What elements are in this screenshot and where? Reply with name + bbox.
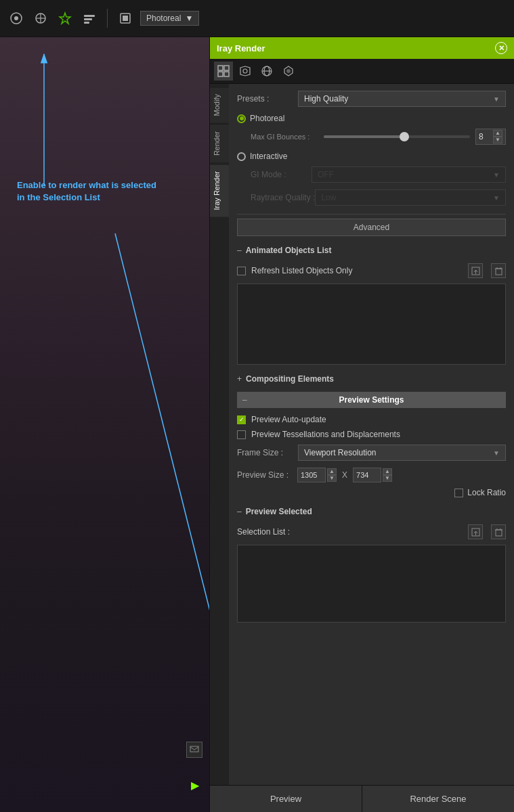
svg-point-25 <box>286 69 291 73</box>
height-up[interactable]: ▲ <box>383 468 392 475</box>
panel-header: Iray Render ✕ <box>210 37 514 59</box>
preview-width-input[interactable] <box>297 468 326 482</box>
gi-bounces-up[interactable]: ▲ <box>493 130 502 137</box>
gi-bounces-slider[interactable] <box>324 135 470 138</box>
gi-bounces-input[interactable]: 8 ▲ ▼ <box>475 129 506 145</box>
preview-size-row: Preview Size : ▲ ▼ X ▲ ▼ <box>237 468 506 482</box>
tab-grid[interactable] <box>214 62 233 81</box>
animated-objects-toggle[interactable]: – <box>237 246 242 255</box>
toolbar-icon-4[interactable] <box>80 9 99 28</box>
annotation-arrow <box>0 37 209 812</box>
svg-rect-6 <box>84 18 92 20</box>
frame-size-row: Frame Size : Viewport Resolution ▼ <box>237 445 506 461</box>
frame-size-label: Frame Size : <box>237 448 298 457</box>
selection-list-box <box>237 545 506 623</box>
side-tab-render[interactable]: Render <box>210 124 229 162</box>
slider-fill <box>324 135 404 138</box>
selection-export-icon[interactable] <box>468 524 483 539</box>
side-tab-modify[interactable]: Modify <box>210 87 229 122</box>
slider-thumb[interactable] <box>400 132 409 141</box>
side-tab-iray-render[interactable]: Iray Render <box>210 164 229 217</box>
svg-rect-17 <box>224 66 229 70</box>
selection-list-label: Selection List : <box>237 527 290 537</box>
preview-settings-header: – Preview Settings <box>237 392 506 408</box>
width-down[interactable]: ▼ <box>327 475 337 482</box>
animated-export-icon[interactable] <box>468 263 483 278</box>
green-arrow-icon: ▶ <box>191 779 199 792</box>
top-toolbar: Photoreal ▼ <box>0 0 514 37</box>
preview-auto-update-checkbox[interactable] <box>237 415 246 424</box>
lock-ratio-row: Lock Ratio <box>237 488 506 497</box>
lock-ratio-checkbox[interactable] <box>454 489 463 497</box>
annotation-line2: in the Selection List <box>17 192 100 202</box>
advanced-button[interactable]: Advanced <box>237 219 506 236</box>
side-tab-bar: Modify Render Iray Render <box>210 84 229 785</box>
svg-line-15 <box>194 747 198 750</box>
preview-height-wrapper: ▲ ▼ <box>353 468 392 482</box>
frame-size-dropdown[interactable]: Viewport Resolution ▼ <box>298 445 506 461</box>
message-icon[interactable] <box>186 742 202 758</box>
frame-size-value: Viewport Resolution <box>304 448 377 457</box>
raytrace-value: Low <box>321 193 336 202</box>
raytrace-label: Raytrace Quality : <box>251 193 315 202</box>
height-down[interactable]: ▼ <box>383 475 392 482</box>
tab-globe[interactable] <box>257 62 276 81</box>
preview-width-wrapper: ▲ ▼ <box>297 468 337 482</box>
interactive-radio-row[interactable]: Interactive <box>237 152 506 161</box>
toolbar-icon-5[interactable] <box>116 9 135 28</box>
panel-close-button[interactable]: ✕ <box>495 42 507 54</box>
animated-objects-header: – Animated Objects List <box>237 243 506 258</box>
annotation-line1: Enable to render what is selected <box>17 180 156 190</box>
preview-selected-toggle[interactable]: – <box>237 507 242 516</box>
photoreal-radio[interactable] <box>237 114 246 123</box>
tab-render[interactable] <box>236 62 255 81</box>
preview-tessellations-row: Preview Tessellations and Displacements <box>237 430 506 439</box>
gi-bounces-down[interactable]: ▼ <box>493 137 502 143</box>
lock-ratio-label: Lock Ratio <box>467 488 506 497</box>
presets-row: Presets : High Quality ▼ <box>237 91 506 107</box>
interactive-label: Interactive <box>250 152 287 161</box>
toolbar-icon-1[interactable] <box>7 9 26 28</box>
preview-auto-update-row: Preview Auto-update <box>237 415 506 424</box>
preview-tessellations-checkbox[interactable] <box>237 430 246 439</box>
preview-settings-toggle[interactable]: – <box>242 395 247 405</box>
tab-bar <box>210 59 514 84</box>
divider-1 <box>237 214 506 215</box>
preview-size-label: Preview Size : <box>237 470 295 480</box>
toolbar-icon-3[interactable] <box>56 9 74 28</box>
preview-height-input[interactable] <box>353 468 381 482</box>
compositing-title: Compositing Elements <box>246 374 334 384</box>
svg-rect-13 <box>190 746 198 752</box>
width-up[interactable]: ▲ <box>327 468 337 475</box>
gi-mode-row: GI Mode : OFF ▼ <box>237 166 506 183</box>
toolbar-icon-2[interactable] <box>31 9 50 28</box>
svg-rect-19 <box>224 72 229 76</box>
refresh-checkbox[interactable] <box>237 267 246 275</box>
panel-content: Presets : High Quality ▼ Photoreal Max G… <box>229 84 514 785</box>
tab-gem[interactable] <box>279 62 298 81</box>
render-scene-button[interactable]: Render Scene <box>362 786 514 812</box>
preview-selected-header: – Preview Selected <box>237 504 506 519</box>
refresh-row: Refresh Listed Objects Only <box>237 263 506 278</box>
interactive-radio[interactable] <box>237 152 246 161</box>
animated-objects-title: Animated Objects List <box>246 246 332 255</box>
photoreal-label: Photoreal <box>250 114 284 123</box>
max-gi-bounces-label: Max GI Bounces : <box>251 133 318 141</box>
svg-rect-16 <box>218 66 223 70</box>
preview-button[interactable]: Preview <box>210 786 362 812</box>
preview-settings-title: Preview Settings <box>339 395 404 405</box>
photoreal-radio-row[interactable]: Photoreal <box>237 114 506 123</box>
animated-delete-icon[interactable] <box>491 263 506 278</box>
render-mode-dropdown[interactable]: Photoreal ▼ <box>140 11 199 26</box>
compositing-toggle[interactable]: + <box>237 374 242 384</box>
raytrace-dropdown: Low ▼ <box>315 189 506 206</box>
height-spinbuttons: ▲ ▼ <box>383 468 392 482</box>
svg-line-12 <box>115 233 209 633</box>
selection-delete-icon[interactable] <box>491 524 506 539</box>
svg-rect-7 <box>84 22 89 24</box>
panel-wrapper: Modify Render Iray Render Presets : High… <box>210 84 514 785</box>
presets-dropdown[interactable]: High Quality ▼ <box>298 91 506 107</box>
presets-value: High Quality <box>304 94 348 104</box>
presets-label: Presets : <box>237 94 298 104</box>
gi-bounces-spinbuttons: ▲ ▼ <box>493 130 502 143</box>
